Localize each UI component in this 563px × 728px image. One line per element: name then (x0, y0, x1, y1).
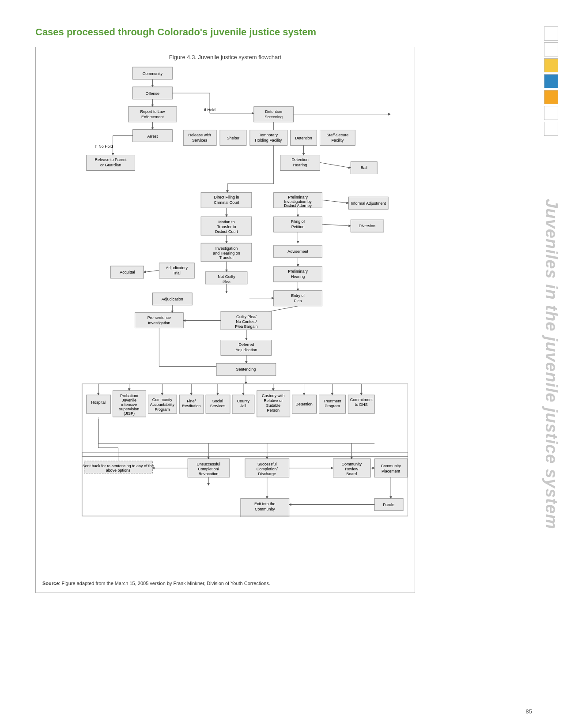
svg-text:Services: Services (210, 404, 226, 408)
svg-text:to DHS: to DHS (355, 402, 368, 407)
svg-line-46 (320, 162, 351, 168)
svg-text:Unsuccessful: Unsuccessful (196, 462, 220, 466)
svg-text:County: County (237, 399, 250, 403)
svg-text:Sentencing: Sentencing (236, 367, 256, 372)
color-block-1 (544, 26, 558, 41)
svg-text:Completion/: Completion/ (257, 467, 278, 471)
flowchart-diagram: Community Offense If Hold Report to Law … (42, 65, 408, 571)
source-text: Source: Figure adapted from the March 15… (42, 581, 408, 586)
svg-text:Report to Law: Report to Law (140, 109, 165, 114)
svg-text:No Contest/: No Contest/ (236, 319, 257, 324)
svg-text:Community: Community (342, 462, 362, 466)
svg-text:Discharge: Discharge (258, 472, 276, 476)
svg-text:Enforcement: Enforcement (141, 115, 164, 119)
svg-text:Acquittal: Acquittal (120, 270, 135, 274)
svg-text:Not Guilty: Not Guilty (218, 274, 235, 279)
svg-text:Commitment: Commitment (350, 398, 373, 402)
svg-text:supervision: supervision (119, 407, 139, 411)
svg-text:Exit Into the: Exit Into the (254, 502, 275, 506)
svg-text:Services: Services (192, 138, 208, 143)
svg-text:Community: Community (152, 398, 173, 402)
svg-text:Sent back for re-sentencing to: Sent back for re-sentencing to any of th… (83, 464, 154, 468)
svg-text:Transfer: Transfer (219, 255, 234, 260)
svg-text:Detention: Detention (291, 158, 308, 162)
page-container: Cases processed through Colorado's juven… (0, 0, 563, 728)
svg-text:Program: Program (155, 407, 170, 412)
svg-text:Criminal Court: Criminal Court (214, 200, 239, 205)
svg-text:If No Hold: If No Hold (95, 144, 113, 149)
svg-text:Arrest: Arrest (147, 134, 158, 139)
figure-caption: Figure 4.3. Juvenile justice system flow… (42, 54, 408, 60)
svg-text:Screening: Screening (265, 115, 283, 119)
page-title: Cases processed through Colorado's juven… (35, 26, 532, 38)
svg-text:Treatment: Treatment (323, 399, 341, 403)
svg-text:Completion/: Completion/ (198, 467, 219, 471)
svg-text:(JISP): (JISP) (124, 411, 135, 416)
svg-text:Restitution: Restitution (182, 404, 200, 408)
svg-text:Revocation: Revocation (199, 472, 219, 476)
svg-text:Informal Adjustment: Informal Adjustment (351, 201, 386, 206)
svg-text:Detention: Detention (265, 109, 282, 114)
flowchart-area: Figure 4.3. Juvenile justice system flow… (35, 47, 415, 593)
svg-text:Program: Program (325, 404, 340, 408)
svg-text:and Hearing on: and Hearing on (213, 251, 240, 255)
source-label: Source (42, 581, 59, 586)
svg-text:Hospital: Hospital (91, 400, 105, 405)
svg-text:Holding Facility: Holding Facility (255, 138, 282, 143)
color-block-4 (544, 74, 558, 88)
svg-text:Adjudication: Adjudication (162, 297, 183, 301)
svg-line-59 (322, 200, 348, 203)
color-block-2 (544, 42, 558, 56)
svg-text:above options: above options (106, 468, 131, 473)
svg-text:Community: Community (381, 464, 401, 468)
color-block-7 (544, 122, 558, 136)
svg-text:Probation/: Probation/ (120, 394, 138, 398)
svg-text:Bail: Bail (361, 165, 367, 170)
svg-text:Preliminary: Preliminary (288, 195, 308, 199)
svg-text:Investigation: Investigation (148, 321, 170, 325)
svg-line-71 (322, 224, 351, 226)
svg-text:Plea: Plea (294, 299, 302, 303)
svg-text:Offense: Offense (146, 91, 159, 96)
svg-text:Preliminary: Preliminary (288, 269, 308, 274)
color-block-6 (544, 106, 558, 120)
svg-text:or Guardian: or Guardian (100, 163, 121, 167)
svg-text:Accountability: Accountability (150, 402, 175, 407)
svg-text:Facility: Facility (331, 138, 344, 143)
svg-text:Plea: Plea (223, 280, 230, 284)
svg-text:intensive: intensive (121, 402, 137, 407)
source-content: : Figure adapted from the March 15, 2005… (59, 581, 270, 586)
svg-text:Advisement: Advisement (287, 249, 308, 254)
svg-text:Adjudication: Adjudication (235, 348, 257, 352)
svg-text:Detention: Detention (295, 402, 312, 406)
svg-text:Motion to: Motion to (219, 220, 235, 224)
svg-text:Entry of: Entry of (291, 293, 305, 298)
svg-text:Transfer to: Transfer to (217, 225, 236, 229)
svg-line-85 (144, 270, 159, 272)
svg-text:Staff-Secure: Staff-Secure (327, 133, 349, 137)
svg-text:Investigation: Investigation (215, 246, 238, 251)
svg-text:Hearing: Hearing (293, 163, 307, 167)
svg-text:Release to Parent: Release to Parent (95, 158, 127, 162)
svg-text:Person: Person (267, 408, 280, 413)
svg-text:Community: Community (255, 507, 275, 511)
svg-text:Adjudicatory: Adjudicatory (166, 266, 188, 270)
svg-text:Custody with: Custody with (262, 394, 284, 398)
svg-text:Pre-sentence: Pre-sentence (147, 315, 171, 320)
right-sidebar: Juveniles in the juvenile justice system (539, 0, 563, 728)
svg-text:Social: Social (212, 399, 223, 403)
svg-text:Petition: Petition (291, 225, 305, 229)
page-number: 85 (526, 708, 532, 715)
color-block-5 (544, 90, 558, 104)
svg-text:Board: Board (346, 472, 357, 476)
color-block-3 (544, 58, 558, 72)
svg-text:Hearing: Hearing (291, 274, 305, 279)
svg-text:Temporary: Temporary (259, 133, 278, 137)
svg-text:Relative or: Relative or (264, 398, 283, 403)
svg-text:District Attorney: District Attorney (284, 203, 312, 208)
svg-text:Direct Filing in: Direct Filing in (214, 195, 239, 199)
svg-text:Successful: Successful (257, 462, 276, 466)
svg-text:Release with: Release with (188, 133, 211, 137)
svg-text:Deferred: Deferred (238, 342, 254, 347)
svg-text:Diversion: Diversion (359, 224, 375, 228)
